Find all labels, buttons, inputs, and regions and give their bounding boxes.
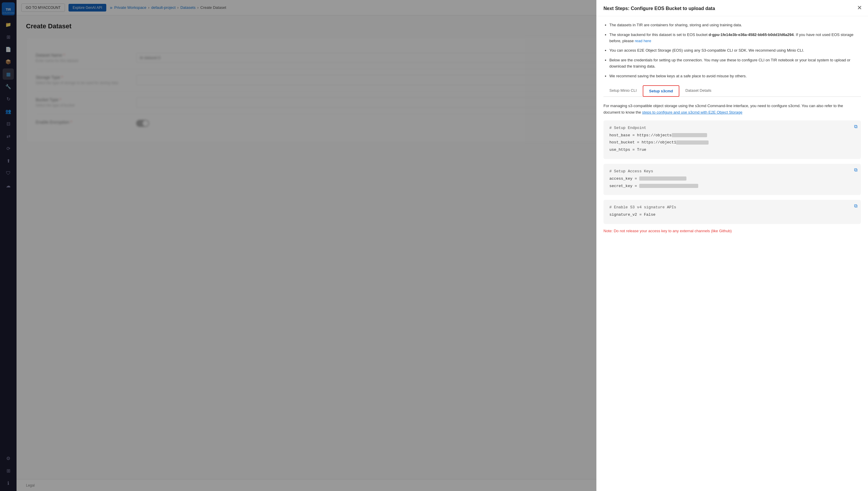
code-comment-endpoint: # Setup Endpoint bbox=[609, 125, 855, 131]
code-comment-keys: # Setup Access Keys bbox=[609, 169, 855, 175]
code-block-keys: ⧉ # Setup Access Keys access_key = secre… bbox=[604, 164, 861, 195]
modal-close-button[interactable]: ✕ bbox=[857, 5, 862, 11]
redacted-secret-key bbox=[639, 184, 698, 188]
tab-minio-cli[interactable]: Setup Minio CLI bbox=[604, 85, 643, 96]
s3cmd-description: For managing s3-compatible object storag… bbox=[604, 103, 861, 116]
s3cmd-link[interactable]: steps to configure and use s3cmd with E2… bbox=[642, 110, 743, 115]
redacted-access-key bbox=[639, 176, 687, 181]
modal-header: Next Steps: Configure EOS Bucket to uplo… bbox=[596, 0, 868, 16]
code-comment-signature: # Enable S3 v4 signature APIs bbox=[609, 204, 855, 211]
modal-bullets: The datasets in TIR are containers for s… bbox=[604, 22, 861, 79]
bullet-4: Below are the credentials for setting up… bbox=[609, 57, 861, 69]
tab-dataset-details[interactable]: Dataset Details bbox=[679, 85, 717, 96]
redacted-host-base bbox=[672, 133, 707, 137]
bullet-2: The storage backend for this dataset is … bbox=[609, 32, 861, 44]
tab-s3cmd[interactable]: Setup s3cmd bbox=[643, 85, 680, 97]
bullet-3: You can access E2E Object Storage (EOS) … bbox=[609, 48, 861, 54]
copy-signature-button[interactable]: ⧉ bbox=[854, 203, 857, 209]
tab-s3cmd-content: For managing s3-compatible object storag… bbox=[604, 103, 861, 233]
modal-tabs: Setup Minio CLI Setup s3cmd Dataset Deta… bbox=[604, 85, 861, 97]
modal-title: Next Steps: Configure EOS Bucket to uplo… bbox=[604, 6, 861, 11]
copy-keys-button[interactable]: ⧉ bbox=[854, 167, 857, 173]
modal-body: The datasets in TIR are containers for s… bbox=[596, 16, 868, 491]
code-block-endpoint: ⧉ # Setup Endpoint host_base = https://o… bbox=[604, 120, 861, 159]
modal-overlay[interactable]: Next Steps: Configure EOS Bucket to uplo… bbox=[0, 0, 868, 491]
copy-endpoint-button[interactable]: ⧉ bbox=[854, 124, 857, 129]
code-block-signature: ⧉ # Enable S3 v4 signature APIs signatur… bbox=[604, 200, 861, 224]
bullet-1: The datasets in TIR are containers for s… bbox=[609, 22, 861, 28]
read-here-link[interactable]: read here bbox=[635, 39, 651, 43]
bullet-5: We recommend saving the below keys at a … bbox=[609, 73, 861, 79]
redacted-host-bucket bbox=[676, 140, 708, 145]
warning-note: Note: Do not release your access key to … bbox=[604, 229, 861, 233]
modal: Next Steps: Configure EOS Bucket to uplo… bbox=[596, 0, 868, 491]
